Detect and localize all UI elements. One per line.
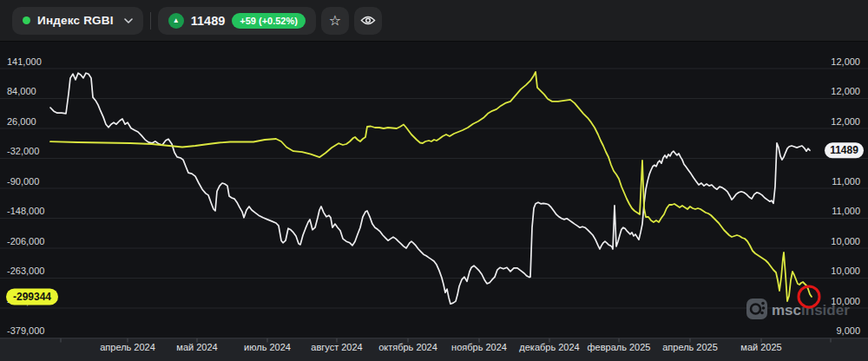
chart-widget: mscinsider апрель 2024май 2024июль 2024а…: [0, 0, 868, 361]
toolbar: Индекс RGBI ▲ 11489 +59 (+0.52%) ☆: [0, 0, 868, 42]
svg-text:11489: 11489: [830, 144, 858, 156]
svg-text:9,000: 9,000: [836, 325, 860, 336]
svg-text:-90,000: -90,000: [7, 176, 39, 187]
chart-canvas[interactable]: mscinsider апрель 2024май 2024июль 2024а…: [0, 0, 868, 361]
status-dot-icon: [23, 16, 30, 24]
svg-text:-148,000: -148,000: [7, 206, 44, 216]
svg-text:декабрь 2024: декабрь 2024: [519, 342, 579, 352]
svg-text:-32,000: -32,000: [7, 146, 39, 156]
x-axis-strip: апрель 2024май 2024июль 2024август 2024о…: [0, 338, 868, 361]
triangle-up-icon: ▲: [168, 13, 184, 29]
change-badge: +59 (+0.52%): [232, 13, 306, 29]
svg-text:12,000: 12,000: [831, 86, 860, 96]
svg-text:11,000: 11,000: [832, 206, 860, 216]
svg-text:ноябрь 2024: ноябрь 2024: [451, 342, 507, 352]
svg-text:12,000: 12,000: [831, 56, 860, 67]
svg-text:10,000: 10,000: [831, 296, 860, 306]
svg-text:май 2024: май 2024: [176, 342, 217, 352]
instrument-selector[interactable]: Индекс RGBI: [12, 7, 143, 35]
svg-text:июль 2024: июль 2024: [244, 342, 291, 352]
quote-display: ▲ 11489 +59 (+0.52%): [158, 7, 316, 35]
svg-text:84,000: 84,000: [7, 86, 36, 96]
favorite-button[interactable]: ☆: [321, 7, 349, 35]
svg-text:10,000: 10,000: [831, 236, 860, 246]
star-icon: ☆: [329, 14, 341, 28]
svg-text:август 2024: август 2024: [311, 342, 362, 352]
svg-text:-299344: -299344: [13, 291, 51, 303]
divider: [150, 12, 151, 30]
svg-text:апрель 2024: апрель 2024: [100, 342, 155, 352]
svg-text:10,000: 10,000: [831, 266, 860, 276]
svg-text:11,000: 11,000: [832, 176, 860, 187]
svg-text:февраль 2025: февраль 2025: [588, 342, 651, 352]
svg-text:-263,000: -263,000: [7, 266, 44, 276]
value-badges: -29934411489: [6, 142, 864, 305]
svg-text:октябрь 2024: октябрь 2024: [378, 342, 437, 352]
svg-text:26,000: 26,000: [7, 116, 36, 127]
svg-text:12,000: 12,000: [831, 116, 860, 127]
chevron-down-icon: [124, 18, 133, 23]
grid-lines: [0, 69, 868, 338]
axis-labels: 141,00012,00084,00012,00026,00012,000-32…: [7, 56, 860, 337]
svg-text:апрель 2025: апрель 2025: [662, 342, 718, 352]
eye-icon: [360, 15, 376, 26]
svg-text:май 2025: май 2025: [740, 342, 781, 352]
instrument-name: Индекс RGBI: [37, 14, 114, 27]
watchlist-visibility-button[interactable]: [354, 7, 382, 35]
svg-text:141,000: 141,000: [7, 56, 42, 67]
last-price: 11489: [191, 14, 226, 28]
svg-text:-206,000: -206,000: [7, 236, 44, 246]
svg-text:-379,000: -379,000: [7, 325, 44, 336]
